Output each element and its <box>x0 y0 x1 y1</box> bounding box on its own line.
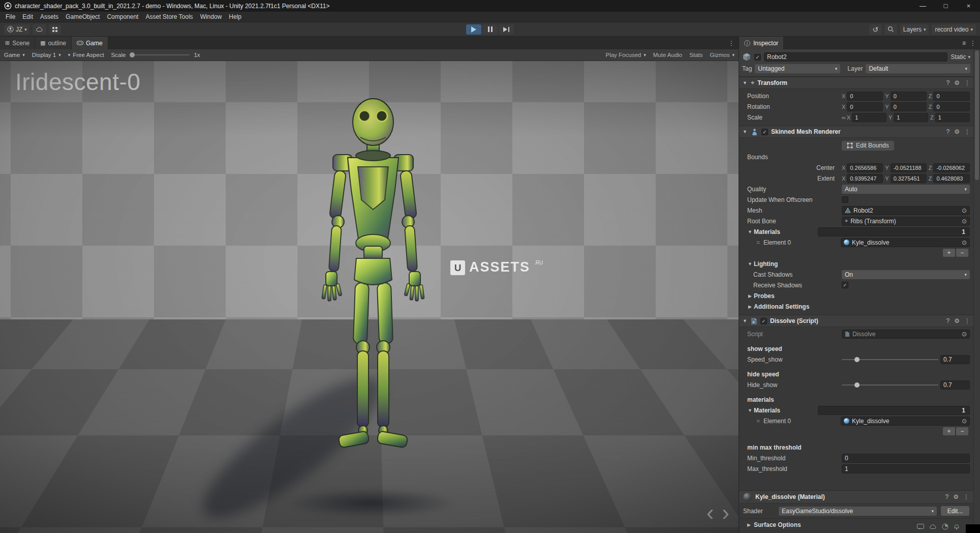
cloud-button[interactable] <box>33 24 46 35</box>
gameobject-name-field[interactable]: Robot2 <box>764 52 947 62</box>
drag-handle-icon[interactable]: = <box>756 418 763 425</box>
center-x-field[interactable]: 0.2656586 <box>847 163 883 172</box>
root-bone-object-field[interactable]: ⌖ Ribs (Transform) ⊙ <box>842 217 970 226</box>
foldout-icon[interactable]: ▼ <box>742 318 748 323</box>
game-view-dropdown[interactable]: Game ▾ <box>4 52 25 58</box>
menu-assets[interactable]: Assets <box>37 13 62 20</box>
progress-status-icon[interactable] <box>942 523 948 530</box>
kebab-icon[interactable]: ⋮ <box>964 317 970 324</box>
smr-materials-size-field[interactable]: 1 <box>818 227 970 236</box>
remove-element-button[interactable]: − <box>956 427 968 435</box>
foldout-icon[interactable]: ▼ <box>747 229 753 234</box>
foldout-icon[interactable]: ▶ <box>746 522 752 527</box>
tab-outline[interactable]: ▦ outline <box>35 37 72 49</box>
speed-show-slider[interactable] <box>842 355 938 364</box>
preset-icon[interactable]: ⚙ <box>953 493 959 500</box>
undo-history-button[interactable]: ↺ <box>869 24 881 35</box>
rotation-x-field[interactable]: 0 <box>847 102 883 111</box>
lighting-foldout[interactable]: ▼ Lighting <box>739 258 973 269</box>
help-icon[interactable]: ? <box>946 79 950 86</box>
foldout-icon[interactable]: ▼ <box>742 80 748 85</box>
help-icon[interactable]: ? <box>946 128 950 135</box>
console-status-icon[interactable] <box>917 524 924 530</box>
mute-audio-toggle[interactable]: Mute Audio <box>653 52 683 58</box>
kebab-icon[interactable]: ⋮ <box>970 40 976 47</box>
menu-window[interactable]: Window <box>197 13 226 20</box>
help-icon[interactable]: ? <box>945 493 949 500</box>
smr-element0-object-field[interactable]: Kyle_dissolve ⊙ <box>841 238 970 247</box>
stats-toggle[interactable]: Stats <box>689 52 702 58</box>
min-threshold-field[interactable]: 0 <box>842 454 970 463</box>
preset-icon[interactable]: ⚙ <box>954 317 960 324</box>
dissolve-enabled-checkbox[interactable]: ✓ <box>760 318 767 324</box>
drag-handle-icon[interactable]: = <box>756 239 763 246</box>
scrollbar-thumb[interactable] <box>975 50 979 180</box>
dissolve-materials-foldout[interactable]: ▼ Materials 1 <box>739 405 973 416</box>
scale-z-field[interactable]: 1 <box>935 113 970 122</box>
close-button[interactable]: × <box>957 0 980 12</box>
search-button[interactable] <box>884 24 897 35</box>
menu-file[interactable]: File <box>2 13 19 20</box>
display-dropdown[interactable]: Display 1 ▾ <box>32 52 61 58</box>
cloud-status-icon[interactable] <box>929 524 937 529</box>
maximize-button[interactable]: □ <box>934 0 957 12</box>
remove-element-button[interactable]: − <box>956 249 968 257</box>
bell-status-icon[interactable] <box>954 523 960 530</box>
tab-game[interactable]: Game <box>72 37 108 49</box>
extent-y-field[interactable]: 0.3275451 <box>891 174 927 183</box>
scale-y-field[interactable]: 1 <box>894 113 928 122</box>
position-z-field[interactable]: 0 <box>933 92 970 101</box>
smr-enabled-checkbox[interactable]: ✓ <box>761 129 768 135</box>
play-focused-dropdown[interactable]: Play Focused ▾ <box>606 52 646 58</box>
kebab-icon[interactable]: ⋮ <box>964 79 970 86</box>
center-y-field[interactable]: -0.0521188 <box>891 163 927 172</box>
hide-show-field[interactable]: 0.7 <box>940 380 970 390</box>
max-threshold-field[interactable]: 1 <box>842 464 970 473</box>
object-picker-icon[interactable]: ⊙ <box>962 239 967 246</box>
edit-bounds-button[interactable]: Edit Bounds <box>842 141 894 151</box>
position-x-field[interactable]: 0 <box>847 92 883 101</box>
pause-button[interactable] <box>482 24 498 35</box>
layout-dropdown[interactable]: record video ▾ <box>932 24 976 35</box>
preset-icon[interactable]: ⚙ <box>954 128 960 135</box>
menu-gameobject[interactable]: GameObject <box>62 13 103 20</box>
foldout-icon[interactable]: ▼ <box>742 129 748 134</box>
rotation-z-field[interactable]: 0 <box>933 102 970 111</box>
menu-help[interactable]: Help <box>225 13 245 20</box>
next-shader-arrow[interactable]: › <box>722 501 729 524</box>
dissolve-element0-object-field[interactable]: Kyle_dissolve ⊙ <box>841 417 970 426</box>
shader-edit-button[interactable]: Edit... <box>941 506 969 516</box>
smr-materials-foldout[interactable]: ▼ Materials 1 <box>739 226 973 237</box>
extent-z-field[interactable]: 0.4628083 <box>933 174 970 183</box>
account-dropdown[interactable]: JZ ▾ <box>4 24 30 35</box>
foldout-icon[interactable]: ▶ <box>747 304 753 309</box>
speed-show-slider-knob[interactable] <box>854 357 860 362</box>
tab-inspector[interactable]: i Inspector <box>739 37 784 49</box>
menu-asset-store-tools[interactable]: Asset Store Tools <box>142 13 196 20</box>
hide-show-slider[interactable] <box>842 380 938 390</box>
mesh-object-field[interactable]: Robot2 ⊙ <box>842 206 970 215</box>
help-icon[interactable]: ? <box>946 317 950 324</box>
gizmos-dropdown[interactable]: Gizmos ▾ <box>710 52 734 58</box>
center-z-field[interactable]: -0.0268062 <box>933 163 970 172</box>
foldout-icon[interactable]: ▼ <box>747 261 753 266</box>
scale-slider-knob[interactable] <box>130 52 135 57</box>
tag-dropdown[interactable]: Untagged ▾ <box>755 64 840 73</box>
menu-component[interactable]: Component <box>103 13 142 20</box>
prev-shader-arrow[interactable]: ‹ <box>707 501 714 524</box>
transform-header[interactable]: ▼ ⌖ Transform ? ⚙ ⋮ <box>739 77 973 89</box>
minimize-button[interactable]: — <box>911 0 934 12</box>
active-checkbox[interactable]: ✓ <box>754 54 761 61</box>
hamburger-icon[interactable]: ≡ <box>962 40 966 47</box>
scale-x-field[interactable]: 1 <box>852 113 886 122</box>
services-grid-button[interactable] <box>49 24 61 35</box>
add-element-button[interactable]: + <box>943 249 955 257</box>
scale-slider[interactable] <box>130 54 190 55</box>
object-picker-icon[interactable]: ⊙ <box>962 418 967 425</box>
play-button[interactable] <box>466 24 481 35</box>
kebab-icon[interactable]: ⋮ <box>728 40 734 47</box>
extent-x-field[interactable]: 0.9395247 <box>847 174 883 183</box>
foldout-icon[interactable]: ▶ <box>747 293 753 299</box>
game-viewport[interactable]: Iridescent-0 U ASSETS .RU ‹ › <box>0 61 739 533</box>
update-offscreen-checkbox[interactable] <box>842 196 848 203</box>
